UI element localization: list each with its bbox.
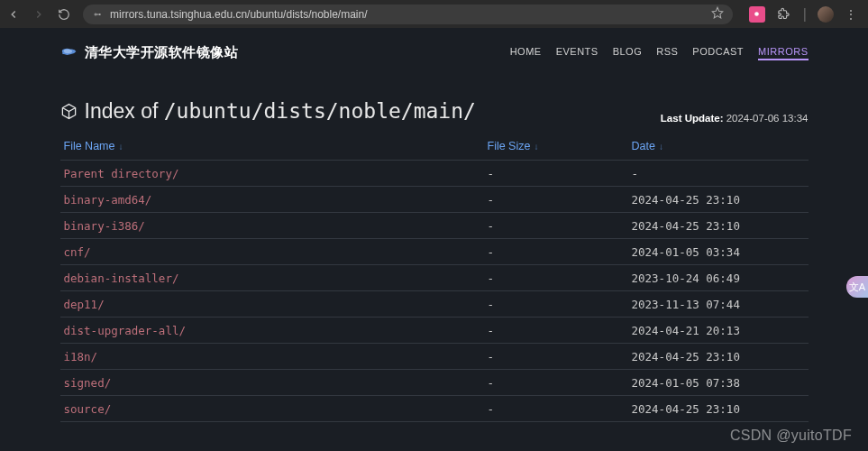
nav-home[interactable]: HOME [510,46,542,60]
col-date[interactable]: Date↓ [628,134,809,161]
table-row: binary-i386/-2024-04-25 23:10 [60,213,809,239]
site-brand[interactable]: 清华大学开源软件镜像站 [60,44,239,61]
file-size: - [484,344,628,370]
address-bar[interactable] [83,5,733,24]
file-date: 2024-01-05 07:38 [628,370,809,396]
file-link[interactable]: dist-upgrader-all/ [64,324,186,337]
file-date: 2024-04-25 23:10 [628,213,809,239]
file-date: 2024-01-05 03:34 [628,239,809,265]
page-content: 清华大学开源软件镜像站 HOME EVENTS BLOG RSS PODCAST… [0,28,868,451]
file-size: - [484,370,628,396]
back-icon[interactable] [7,8,20,21]
table-row: Parent directory/-- [60,161,809,187]
translate-float-button[interactable]: 文A [846,276,868,298]
file-link[interactable]: binary-i386/ [64,219,145,233]
table-row: signed/-2024-01-05 07:38 [60,370,809,396]
file-date: 2023-11-13 07:44 [628,291,809,318]
table-row: debian-installer/-2023-10-24 06:49 [60,265,809,291]
bookmark-star-icon[interactable] [711,6,724,22]
watermark: CSDN @yuitoTDF [730,428,852,444]
profile-avatar[interactable] [818,6,834,23]
file-size: - [484,265,628,291]
svg-point-1 [755,12,760,16]
nav-mirrors[interactable]: MIRRORS [758,46,808,60]
file-link[interactable]: i18n/ [64,350,98,364]
table-row: i18n/-2024-04-25 23:10 [60,344,809,370]
file-size: - [484,318,628,344]
file-date: - [628,161,809,187]
main-nav: HOME EVENTS BLOG RSS PODCAST MIRRORS [510,46,809,60]
file-date: 2024-04-25 23:10 [628,396,809,422]
table-row: dep11/-2023-11-13 07:44 [60,291,809,318]
file-size: - [484,213,628,239]
file-size: - [484,396,628,422]
file-listing-table: File Name↓ File Size↓ Date↓ Parent direc… [60,134,809,422]
table-row: source/-2024-04-25 23:10 [60,396,809,422]
table-row: binary-amd64/-2024-04-25 23:10 [60,187,809,213]
forward-icon[interactable] [32,8,45,21]
page-title: Index of /ubuntu/dists/noble/main/ [60,99,476,124]
nav-events[interactable]: EVENTS [556,46,598,60]
file-link[interactable]: binary-amd64/ [64,193,152,207]
file-link[interactable]: dep11/ [64,298,105,311]
nav-podcast[interactable]: PODCAST [692,46,744,60]
file-size: - [484,161,628,187]
file-date: 2024-04-25 23:10 [628,344,809,370]
file-link[interactable]: signed/ [64,376,112,390]
file-size: - [484,239,628,265]
file-size: - [484,291,628,318]
extension-icon[interactable] [749,6,765,23]
browser-menu-icon[interactable]: ⋮ [845,7,857,22]
table-row: cnf/-2024-01-05 03:34 [60,239,809,265]
col-size[interactable]: File Size↓ [484,134,628,161]
extensions-puzzle-icon[interactable] [776,6,792,23]
table-row: dist-upgrader-all/-2024-04-21 20:13 [60,318,809,344]
box-icon [60,103,78,120]
file-link[interactable]: source/ [64,402,112,416]
file-link[interactable]: debian-installer/ [64,272,179,285]
col-name[interactable]: File Name↓ [60,134,484,161]
last-update: Last Update: 2024-07-06 13:34 [661,113,809,124]
site-title: 清华大学开源软件镜像站 [85,44,239,61]
nav-blog[interactable]: BLOG [613,46,643,60]
svg-point-0 [95,14,96,15]
file-size: - [484,187,628,213]
site-info-icon[interactable] [92,9,103,20]
file-date: 2024-04-25 23:10 [628,187,809,213]
nav-rss[interactable]: RSS [656,46,678,60]
file-link[interactable]: cnf/ [64,245,91,259]
url-input[interactable] [110,8,704,21]
reload-icon[interactable] [58,8,70,21]
file-link[interactable]: Parent directory/ [64,167,179,180]
file-date: 2024-04-21 20:13 [628,318,809,344]
browser-toolbar: | ⋮ [0,0,868,28]
tuna-logo-icon [60,44,78,61]
file-date: 2023-10-24 06:49 [628,265,809,291]
